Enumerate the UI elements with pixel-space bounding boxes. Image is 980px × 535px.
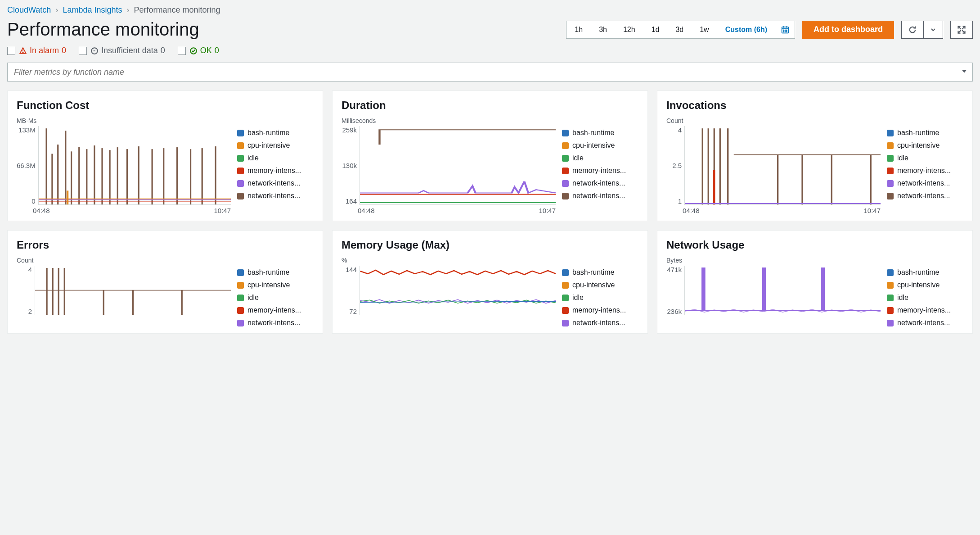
- breadcrumb-section[interactable]: Lambda Insights: [63, 5, 122, 15]
- legend-swatch: [562, 320, 569, 326]
- legend-item[interactable]: idle: [887, 154, 963, 162]
- legend-item[interactable]: idle: [237, 294, 314, 302]
- legend-item[interactable]: cpu-intensive: [562, 281, 638, 289]
- time-range-picker: 1h 3h 12h 1d 3d 1w Custom (6h): [566, 21, 795, 39]
- ok-checkbox[interactable]: [178, 47, 186, 55]
- legend-swatch: [887, 269, 894, 276]
- legend-item[interactable]: cpu-intensive: [887, 281, 963, 289]
- breadcrumb-current: Performance monitoring: [134, 5, 220, 15]
- legend-item[interactable]: idle: [887, 294, 963, 302]
- legend-item[interactable]: memory-intens...: [562, 167, 638, 175]
- calendar-icon[interactable]: [775, 21, 795, 38]
- legend-item[interactable]: memory-intens...: [237, 306, 314, 314]
- y-tick: 72: [349, 308, 357, 315]
- legend-swatch: [237, 155, 244, 162]
- legend-label: network-intens...: [897, 319, 950, 327]
- chart[interactable]: 4 2.5 1: [666, 126, 881, 214]
- legend-item[interactable]: network-intens...: [887, 319, 963, 327]
- legend-item[interactable]: bash-runtime: [887, 129, 963, 137]
- time-opt-12h[interactable]: 12h: [615, 21, 643, 38]
- legend-item[interactable]: network-intens...: [562, 179, 638, 187]
- legend-item[interactable]: bash-runtime: [562, 268, 638, 277]
- time-opt-1h[interactable]: 1h: [566, 21, 591, 38]
- legend-label: cpu-intensive: [572, 141, 615, 150]
- legend-item[interactable]: idle: [562, 294, 638, 302]
- chart[interactable]: 133M 66.3M 0: [17, 126, 231, 214]
- time-opt-1d[interactable]: 1d: [643, 21, 668, 38]
- y-tick: 4: [28, 266, 32, 273]
- caret-down-icon[interactable]: [961, 68, 967, 76]
- legend-item[interactable]: idle: [237, 154, 314, 162]
- legend-item[interactable]: network-intens...: [237, 192, 314, 200]
- legend-item[interactable]: network-intens...: [562, 192, 638, 200]
- legend-swatch: [562, 193, 569, 199]
- legend-item[interactable]: bash-runtime: [237, 129, 314, 137]
- svg-point-11: [22, 52, 23, 53]
- breadcrumb-root[interactable]: CloudWatch: [7, 5, 51, 15]
- legend-label: idle: [572, 154, 584, 162]
- refresh-button[interactable]: [901, 21, 924, 39]
- legend-item[interactable]: network-intens...: [562, 319, 638, 327]
- breadcrumb: CloudWatch › Lambda Insights › Performan…: [7, 5, 973, 15]
- legend-label: idle: [897, 294, 908, 302]
- insufficient-checkbox[interactable]: [79, 47, 87, 55]
- legend-swatch: [562, 307, 569, 314]
- chart[interactable]: 144 72: [342, 266, 556, 327]
- legend-item[interactable]: memory-intens...: [887, 306, 963, 314]
- legend-swatch: [237, 282, 244, 289]
- legend-item[interactable]: cpu-intensive: [237, 281, 314, 289]
- legend-label: network-intens...: [247, 179, 300, 187]
- x-tick: 04:48: [33, 207, 50, 214]
- legend-label: memory-intens...: [247, 167, 301, 175]
- legend-item[interactable]: bash-runtime: [562, 129, 638, 137]
- legend-label: bash-runtime: [572, 268, 614, 277]
- y-tick: 259k: [342, 126, 357, 134]
- legend-item[interactable]: bash-runtime: [237, 268, 314, 277]
- legend-item[interactable]: memory-intens...: [562, 306, 638, 314]
- chart[interactable]: 259k 130k 164: [342, 126, 556, 214]
- legend-label: bash-runtime: [247, 268, 289, 277]
- alarm-count: 0: [62, 46, 66, 55]
- legend-item[interactable]: network-intens...: [887, 179, 963, 187]
- legend-item[interactable]: idle: [562, 154, 638, 162]
- legend-label: cpu-intensive: [897, 281, 940, 289]
- chevron-right-icon: ›: [55, 5, 58, 15]
- time-opt-custom[interactable]: Custom (6h): [717, 21, 775, 38]
- chart[interactable]: 471k 236k: [666, 266, 881, 327]
- card-function-cost: Function Cost MB-Ms 133M 66.3M 0: [7, 91, 323, 221]
- fullscreen-button[interactable]: [950, 21, 973, 39]
- legend-item[interactable]: bash-runtime: [887, 268, 963, 277]
- legend-item[interactable]: cpu-intensive: [562, 141, 638, 150]
- svg-point-4: [783, 30, 784, 30]
- legend-item[interactable]: cpu-intensive: [887, 141, 963, 150]
- card-unit: Count: [666, 117, 963, 124]
- time-opt-1w[interactable]: 1w: [692, 21, 717, 38]
- legend-item[interactable]: network-intens...: [887, 192, 963, 200]
- legend: bash-runtimecpu-intensiveidlememory-inte…: [237, 126, 314, 214]
- svg-point-7: [783, 31, 784, 32]
- legend-item[interactable]: network-intens...: [237, 179, 314, 187]
- svg-point-9: [787, 31, 787, 32]
- filter-input[interactable]: [7, 63, 973, 82]
- legend-item[interactable]: network-intens...: [237, 319, 314, 327]
- legend-label: memory-intens...: [572, 306, 626, 314]
- svg-point-6: [787, 30, 787, 30]
- time-opt-3h[interactable]: 3h: [591, 21, 615, 38]
- legend-item[interactable]: cpu-intensive: [237, 141, 314, 150]
- legend-item[interactable]: memory-intens...: [237, 167, 314, 175]
- legend-swatch: [887, 320, 894, 326]
- alarm-checkbox[interactable]: [7, 47, 15, 55]
- caret-down-icon: [930, 27, 936, 33]
- card-unit: Milliseconds: [342, 117, 638, 124]
- card-duration: Duration Milliseconds 259k 130k 164: [332, 91, 648, 221]
- x-tick: 04:48: [358, 207, 375, 214]
- legend-label: network-intens...: [572, 319, 625, 327]
- legend-swatch: [562, 130, 569, 136]
- refresh-options-button[interactable]: [924, 21, 943, 39]
- add-to-dashboard-button[interactable]: Add to dashboard: [802, 21, 894, 39]
- chart[interactable]: 4 2: [17, 266, 231, 327]
- card-title: Network Usage: [666, 239, 963, 251]
- time-opt-3d[interactable]: 3d: [667, 21, 692, 38]
- y-tick: 2: [28, 308, 32, 315]
- legend-item[interactable]: memory-intens...: [887, 167, 963, 175]
